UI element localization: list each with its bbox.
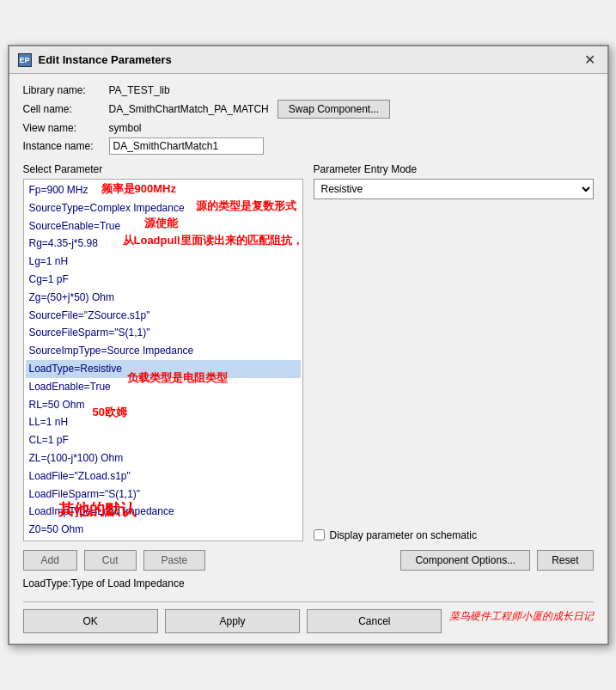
instance-row: Instance name: xyxy=(23,137,594,155)
watermark-text: 菜鸟硬件工程师小厦的成长日记 xyxy=(449,609,594,633)
param-item-loadfile[interactable]: LoadFile="ZLoad.s1p" xyxy=(26,467,301,485)
instance-name-input[interactable] xyxy=(109,137,264,155)
param-item-cl[interactable]: CL=1 pF xyxy=(26,431,301,449)
close-button[interactable]: ✕ xyxy=(581,52,599,68)
action-buttons-right: Component Options... Reset xyxy=(400,550,593,571)
param-item-rl[interactable]: RL=50 Ohm xyxy=(26,396,301,414)
param-item-sourcefilesparm[interactable]: SourceFileSparm="S(1,1)" xyxy=(26,324,301,342)
apply-button[interactable]: Apply xyxy=(165,609,300,633)
cut-button[interactable]: Cut xyxy=(84,550,137,571)
param-item-loadfilesparm[interactable]: LoadFileSparm="S(1,1)" xyxy=(26,485,301,504)
param-item-zg[interactable]: Zg=(50+j*50) Ohm xyxy=(26,289,301,307)
title-bar: EP Edit Instance Parameters ✕ xyxy=(9,46,607,74)
param-item-rg[interactable]: Rg=4.35-j*5.98 xyxy=(26,235,301,253)
entry-select-row: Resistive xyxy=(314,179,594,199)
param-list[interactable]: 频率是900MHz 源的类型是复数形式 源使能 从Loadpull里面读出来的匹… xyxy=(23,179,303,541)
cell-row: Cell name: DA_SmithChartMatch_PA_MATCH S… xyxy=(23,100,594,119)
entry-mode-select[interactable]: Resistive xyxy=(314,179,594,199)
param-item-sourcetype[interactable]: SourceType=Complex Impedance xyxy=(26,199,301,217)
left-panel: Select Parameter 频率是900MHz 源的类型是复数形式 源使能… xyxy=(23,163,303,541)
param-item-cg[interactable]: Cg=1 pF xyxy=(26,271,301,289)
action-row: Add Cut Paste Component Options... Reset xyxy=(23,550,594,571)
param-item-sourcefile[interactable]: SourceFile="ZSource.s1p" xyxy=(26,307,301,325)
param-item-lg[interactable]: Lg=1 nH xyxy=(26,253,301,271)
entry-mode-label: Parameter Entry Mode xyxy=(314,163,594,175)
dialog-icon: EP xyxy=(18,53,32,67)
param-item-sourceimptype[interactable]: SourceImpType=Source Impedance xyxy=(26,342,301,360)
right-spacer xyxy=(314,206,594,516)
param-item-fp[interactable]: Fp=900 MHz xyxy=(26,181,301,199)
paste-button[interactable]: Paste xyxy=(143,550,206,571)
view-value: symbol xyxy=(109,122,142,134)
instance-label: Instance name: xyxy=(23,140,109,152)
reset-button[interactable]: Reset xyxy=(537,550,593,571)
right-panel: Parameter Entry Mode Resistive Display p… xyxy=(314,163,594,541)
param-item-loadenable[interactable]: LoadEnable=True xyxy=(26,378,301,396)
two-panel: Select Parameter 频率是900MHz 源的类型是复数形式 源使能… xyxy=(23,163,594,541)
library-value: PA_TEST_lib xyxy=(109,84,170,96)
param-item-loadtype[interactable]: LoadType=Resistive xyxy=(26,360,301,378)
view-label: View name: xyxy=(23,122,109,134)
param-item-sourceenable[interactable]: SourceEnable=True xyxy=(26,217,301,235)
dialog-title: Edit Instance Parameters xyxy=(39,53,172,66)
cell-value: DA_SmithChartMatch_PA_MATCH xyxy=(109,103,269,115)
param-item-z0[interactable]: Z0=50 Ohm xyxy=(26,521,301,539)
display-checkbox-label: Display parameter on schematic xyxy=(330,529,477,541)
cell-label: Cell name: xyxy=(23,103,109,115)
param-item-zl[interactable]: ZL=(100-j*100) Ohm xyxy=(26,449,301,467)
display-checkbox[interactable] xyxy=(314,529,325,540)
entry-mode-section: Parameter Entry Mode Resistive xyxy=(314,163,594,199)
swap-component-button[interactable]: Swap Component... xyxy=(278,100,390,119)
view-row: View name: symbol xyxy=(23,122,594,134)
status-bar: LoadType:Type of Load Impedance xyxy=(23,576,594,591)
dialog-body: Library name: PA_TEST_lib Cell name: DA_… xyxy=(9,74,607,601)
library-label: Library name: xyxy=(23,84,109,96)
component-options-button[interactable]: Component Options... xyxy=(400,550,530,571)
display-checkbox-row: Display parameter on schematic xyxy=(314,529,594,541)
ok-button[interactable]: OK xyxy=(23,609,158,633)
edit-instance-dialog: EP Edit Instance Parameters ✕ Library na… xyxy=(8,45,609,645)
cancel-button[interactable]: Cancel xyxy=(307,609,442,633)
param-item-loadimptype[interactable]: LoadImpType=Load Impedance xyxy=(26,503,301,521)
library-row: Library name: PA_TEST_lib xyxy=(23,84,594,96)
add-button[interactable]: Add xyxy=(23,550,77,571)
param-item-ll[interactable]: LL=1 nH xyxy=(26,413,301,431)
bottom-buttons-row: OK Apply Cancel 菜鸟硬件工程师小厦的成长日记 xyxy=(9,602,607,644)
select-param-label: Select Parameter xyxy=(23,163,303,175)
